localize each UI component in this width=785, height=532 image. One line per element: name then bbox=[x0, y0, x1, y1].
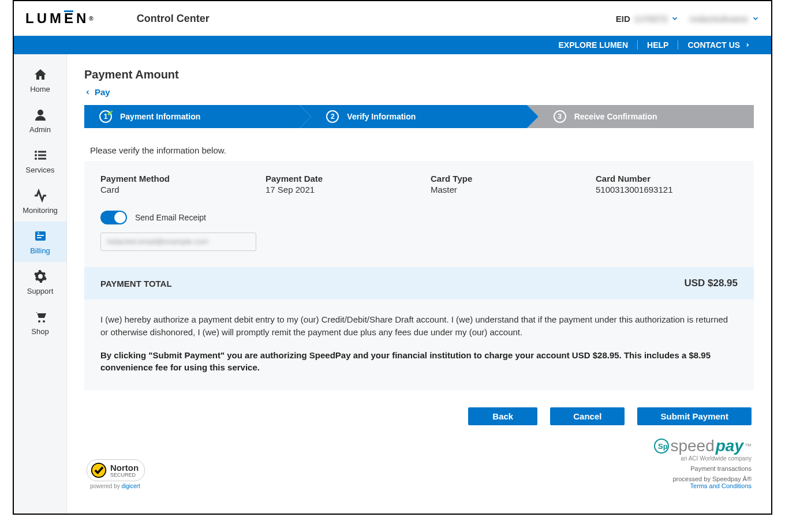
svg-rect-2 bbox=[38, 151, 46, 152]
checkmark-seal-icon bbox=[91, 462, 107, 478]
sp-badge-icon: Sp bbox=[654, 439, 669, 454]
svg-point-1 bbox=[35, 151, 37, 153]
step-payment-info: 1 ✔ Payment Information bbox=[84, 105, 300, 128]
speedpay-text-1: speed bbox=[670, 437, 714, 455]
detail-label: Payment Method bbox=[100, 174, 242, 183]
sidebar-item-support[interactable]: Support bbox=[14, 262, 66, 302]
progress-stepper: 1 ✔ Payment Information 2 Verify Informa… bbox=[84, 105, 754, 128]
user-name: redactedname bbox=[689, 14, 748, 24]
cart-icon bbox=[33, 310, 47, 324]
detail-payment-date: Payment Date 17 Sep 2021 bbox=[266, 174, 408, 194]
home-icon bbox=[33, 68, 47, 81]
sidebar-item-billing[interactable]: $ Billing bbox=[14, 222, 66, 262]
step-number-icon: 1 ✔ bbox=[99, 110, 112, 123]
powered-by-digicert: powered by digicert bbox=[90, 483, 140, 489]
speedpay-subtitle: an ACI Worldwide company bbox=[654, 455, 752, 462]
authorization-panel: I (we) hereby authorize a payment debit … bbox=[84, 299, 754, 390]
nav-contact[interactable]: CONTACT US bbox=[678, 40, 760, 50]
instruction-text: Please verify the information below. bbox=[84, 145, 754, 155]
eid-value: 1176272 bbox=[634, 14, 667, 24]
list-icon bbox=[33, 148, 47, 162]
step-label: Verify Information bbox=[347, 112, 416, 121]
email-input[interactable]: redacted.email@example.com bbox=[100, 233, 256, 251]
total-value: USD $28.95 bbox=[684, 278, 738, 289]
send-email-toggle[interactable] bbox=[100, 211, 127, 224]
step-verify-info: 2 Verify Information bbox=[300, 105, 526, 128]
sidebar-label: Billing bbox=[30, 246, 50, 255]
sidebar-label: Support bbox=[27, 287, 54, 295]
chevron-right-icon bbox=[745, 40, 750, 50]
svg-point-11 bbox=[38, 320, 40, 323]
header-bar: LUMEN® Control Center EID 1176272 redact… bbox=[14, 1, 771, 36]
sidebar-item-services[interactable]: Services bbox=[14, 141, 66, 181]
chevron-down-icon bbox=[752, 14, 760, 23]
step-label: Receive Confirmation bbox=[574, 112, 657, 121]
svg-rect-4 bbox=[38, 154, 46, 156]
nav-help[interactable]: HELP bbox=[637, 40, 678, 50]
step-number-icon: 2 bbox=[326, 110, 339, 123]
button-row: Back Cancel Submit Payment bbox=[84, 407, 754, 425]
svg-point-3 bbox=[35, 154, 37, 156]
step-number-icon: 3 bbox=[554, 110, 566, 123]
email-value: redacted.email@example.com bbox=[107, 233, 250, 250]
sidebar-item-shop[interactable]: Shop bbox=[14, 302, 66, 343]
svg-point-0 bbox=[38, 110, 43, 115]
sidebar-label: Home bbox=[30, 85, 50, 93]
detail-card-type: Card Type Master bbox=[431, 174, 573, 194]
sidebar-item-home[interactable]: Home bbox=[14, 60, 66, 100]
svg-text:Sp: Sp bbox=[658, 442, 668, 451]
speedpay-line2: processed by Speedpay Â® bbox=[654, 475, 752, 482]
payment-total-bar: PAYMENT TOTAL USD $28.95 bbox=[84, 267, 754, 299]
speedpay-text-2: pay bbox=[716, 437, 743, 455]
svg-rect-6 bbox=[38, 158, 46, 159]
chevron-left-icon bbox=[84, 89, 91, 96]
nav-contact-label: CONTACT US bbox=[687, 40, 740, 50]
breadcrumb-back[interactable]: Pay bbox=[84, 87, 754, 97]
payment-details-panel: Payment Method Card Payment Date 17 Sep … bbox=[84, 161, 754, 267]
eid-label: EID bbox=[616, 14, 630, 24]
step-receive-confirmation: 3 Receive Confirmation bbox=[527, 105, 754, 128]
submit-payment-button[interactable]: Submit Payment bbox=[637, 407, 752, 425]
page-title: Payment Amount bbox=[84, 68, 754, 81]
sidebar-item-admin[interactable]: Admin bbox=[14, 100, 66, 141]
toggle-knob bbox=[114, 212, 126, 223]
speedpay-line1: Payment transactions bbox=[654, 465, 752, 472]
user-selector[interactable]: redactedname bbox=[689, 14, 760, 24]
svg-rect-9 bbox=[37, 237, 42, 238]
top-nav-bar: EXPLORE LUMEN HELP CONTACT US bbox=[14, 36, 771, 54]
lumen-logo: LUMEN® bbox=[25, 10, 96, 27]
authorization-text: I (we) hereby authorize a payment debit … bbox=[100, 313, 738, 339]
detail-label: Card Number bbox=[596, 174, 738, 183]
sidebar-label: Services bbox=[26, 166, 55, 174]
cancel-button[interactable]: Cancel bbox=[550, 407, 625, 425]
sidebar-label: Admin bbox=[29, 125, 51, 134]
billing-icon: $ bbox=[33, 229, 47, 243]
svg-point-12 bbox=[43, 320, 45, 323]
breadcrumb-label: Pay bbox=[95, 87, 110, 97]
authorization-bold-text: By clicking "Submit Payment" you are aut… bbox=[100, 349, 738, 374]
user-icon bbox=[33, 108, 47, 122]
speedpay-logo: Sp speedpay™ bbox=[654, 437, 752, 455]
sidebar-item-monitoring[interactable]: Monitoring bbox=[14, 181, 66, 222]
app-name: Control Center bbox=[137, 13, 210, 25]
back-button[interactable]: Back bbox=[468, 407, 537, 425]
eid-selector[interactable]: EID 1176272 bbox=[616, 14, 679, 24]
activity-icon bbox=[33, 189, 47, 203]
gear-icon bbox=[33, 269, 47, 283]
nav-explore[interactable]: EXPLORE LUMEN bbox=[549, 40, 637, 50]
footer: Norton SECURED powered by digicert Sp sp… bbox=[84, 437, 754, 492]
detail-payment-method: Payment Method Card bbox=[100, 174, 242, 194]
main-content: Payment Amount Pay 1 ✔ Payment Informati… bbox=[67, 54, 771, 514]
check-icon: ✔ bbox=[107, 108, 114, 118]
detail-card-number: Card Number 5100313001693121 bbox=[596, 174, 738, 194]
toggle-label: Send Email Receipt bbox=[135, 213, 206, 222]
detail-label: Card Type bbox=[431, 174, 573, 183]
sidebar-label: Monitoring bbox=[23, 206, 58, 215]
speedpay-block: Sp speedpay™ an ACI Worldwide company Pa… bbox=[654, 437, 752, 489]
svg-point-5 bbox=[35, 158, 37, 160]
terms-link[interactable]: Terms and Conditions bbox=[654, 482, 752, 489]
norton-secured-badge[interactable]: Norton SECURED powered by digicert bbox=[87, 459, 145, 489]
sidebar-label: Shop bbox=[31, 327, 48, 336]
detail-value: 5100313001693121 bbox=[596, 185, 738, 194]
detail-value: 17 Sep 2021 bbox=[266, 185, 408, 194]
